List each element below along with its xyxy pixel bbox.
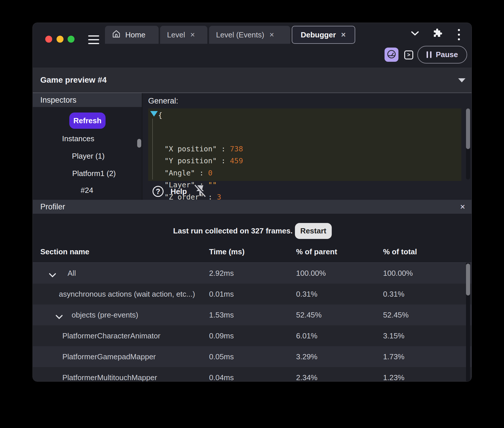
table-row[interactable]: All 2.92ms 100.00% 100.00%: [33, 263, 472, 284]
tab-level-label: Level: [167, 30, 185, 39]
column-percent-of-total: % of total: [383, 247, 417, 256]
title-tab-bar: Home Level × Level (Events) × Debugger ×: [33, 23, 472, 68]
general-panel: General: { "X position" : 738 "Y positio…: [142, 93, 472, 200]
tab-home[interactable]: Home: [105, 26, 159, 44]
help-link[interactable]: Help: [171, 187, 187, 196]
game-preview-header[interactable]: Game preview #4: [33, 68, 472, 93]
profiler-gauge-button[interactable]: [385, 48, 398, 62]
json-line-y-position: "Y position" : 459: [164, 157, 243, 165]
pause-button-label: Pause: [436, 50, 458, 59]
kebab-menu-icon[interactable]: [458, 29, 460, 42]
tab-debugger-label: Debugger: [301, 30, 336, 39]
preview-collapse-chevron-icon[interactable]: [458, 78, 466, 84]
tab-level-events-label: Level (Events): [216, 30, 264, 39]
profiler-header: Profiler ×: [33, 200, 472, 214]
indent-guide: [152, 119, 153, 179]
refresh-button[interactable]: Refresh: [69, 113, 106, 129]
inspector-item-platform1[interactable]: Platform1 (2): [72, 169, 116, 178]
menu-hamburger-icon[interactable]: [88, 35, 99, 44]
chevron-down-icon[interactable]: [411, 31, 419, 37]
traffic-light-close-button[interactable]: [45, 36, 52, 43]
chevron-down-icon[interactable]: [55, 312, 63, 322]
column-percent-of-parent: % of parent: [296, 247, 337, 256]
inspector-item-instances[interactable]: Instances: [62, 134, 94, 143]
profiler-panel: Profiler × Last run collected on 327 fra…: [33, 200, 472, 382]
table-row[interactable]: objects (pre-events) 1.53ms 52.45% 52.45…: [33, 304, 472, 325]
profiler-status-row: Last run collected on 327 frames. Restar…: [33, 218, 472, 244]
tab-debugger[interactable]: Debugger ×: [292, 26, 355, 44]
traffic-light-minimize-button[interactable]: [57, 36, 64, 43]
profiler-column-headers: Section name Time (ms) % of parent % of …: [33, 243, 472, 263]
inspectors-scrollbar-thumb[interactable]: [137, 139, 141, 148]
console-button[interactable]: >: [404, 50, 413, 59]
collapse-triangle-icon[interactable]: [150, 111, 158, 118]
tab-debugger-close-icon[interactable]: ×: [340, 31, 346, 39]
home-icon: [112, 30, 121, 40]
profiler-title: Profiler: [40, 202, 65, 211]
restart-button[interactable]: Restart: [295, 223, 332, 239]
general-title: General:: [148, 97, 178, 106]
profiler-close-icon[interactable]: ×: [460, 200, 465, 214]
debugger-window: Home Level × Level (Events) × Debugger ×: [32, 23, 472, 382]
profiler-scrollbar-thumb[interactable]: [466, 264, 470, 295]
json-line-x-position: "X position" : 738: [164, 145, 243, 153]
tab-level-close-icon[interactable]: ×: [190, 31, 195, 39]
gauge-icon: [387, 49, 396, 60]
pause-button[interactable]: Pause: [417, 46, 467, 64]
chevron-down-icon[interactable]: [49, 271, 56, 280]
pause-icon: [427, 51, 432, 58]
tab-level-events-close-icon[interactable]: ×: [269, 31, 275, 39]
properties-json-view: { "X position" : 738 "Y position" : 459 …: [148, 108, 461, 181]
table-row[interactable]: asynchronous actions (wait action, etc..…: [33, 284, 472, 304]
traffic-light-zoom-button[interactable]: [68, 36, 75, 43]
console-prompt-glyph: >: [407, 52, 410, 58]
tab-level[interactable]: Level ×: [160, 26, 207, 44]
tab-level-events[interactable]: Level (Events) ×: [209, 26, 290, 44]
profiler-status-text: Last run collected on 327 frames.: [173, 226, 293, 235]
table-row[interactable]: PlatformerCharacterAnimator 0.09ms 6.01%…: [33, 325, 472, 346]
game-preview-title: Game preview #4: [40, 75, 107, 85]
table-row[interactable]: PlatformerMultitouchMapper 0.04ms 2.34% …: [33, 367, 472, 382]
json-line-angle: "Angle" : 0: [164, 169, 213, 177]
column-time-ms: Time (ms): [209, 247, 244, 256]
tab-home-label: Home: [125, 30, 145, 39]
inspector-item-player[interactable]: Player (1): [72, 151, 105, 161]
inspectors-panel: Inspectors Refresh Instances Player (1) …: [33, 93, 142, 200]
general-scrollbar-thumb[interactable]: [466, 108, 470, 149]
pin-disabled-icon[interactable]: [193, 184, 207, 199]
extensions-puzzle-icon[interactable]: [432, 28, 443, 40]
inspector-item-24[interactable]: #24: [81, 186, 93, 195]
table-row[interactable]: PlatformerGamepadMapper 0.05ms 3.29% 1.7…: [33, 346, 472, 367]
column-section-name: Section name: [40, 247, 89, 256]
help-question-icon[interactable]: ?: [153, 186, 164, 197]
json-open-brace: {: [158, 111, 162, 120]
inspectors-title: Inspectors: [33, 93, 142, 107]
